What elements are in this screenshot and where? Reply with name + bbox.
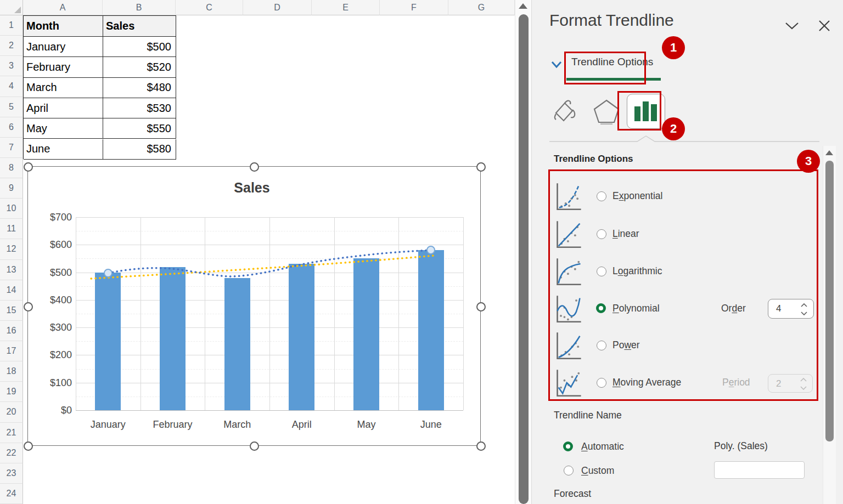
- table-cell-month[interactable]: February: [24, 57, 103, 77]
- row-header-7[interactable]: 7: [0, 138, 23, 158]
- row-header-22[interactable]: 22: [0, 443, 23, 463]
- column-header-F[interactable]: F: [380, 0, 448, 15]
- effects-icon[interactable]: [592, 99, 621, 125]
- select-all-corner[interactable]: [0, 0, 23, 15]
- annotation-box-3: [548, 169, 818, 401]
- table-cell-sales[interactable]: $580: [103, 139, 176, 160]
- sheet-scrollbar-thumb[interactable]: [519, 14, 529, 504]
- annotation-box-2: [617, 91, 661, 131]
- scroll-up-arrow-icon[interactable]: [825, 150, 833, 155]
- collapse-chevron-icon[interactable]: [783, 20, 801, 32]
- trendline-endpoint-handle[interactable]: [427, 246, 435, 254]
- row-header-5[interactable]: 5: [0, 97, 23, 117]
- row-header-6[interactable]: 6: [0, 117, 23, 138]
- trendline-options-section-title: Trendline Options: [554, 154, 633, 165]
- row-header-12[interactable]: 12: [0, 239, 23, 259]
- chart-resize-handle[interactable]: [24, 302, 33, 312]
- polynomial-trendline-dotted[interactable]: [108, 250, 431, 276]
- column-header-B[interactable]: B: [103, 0, 176, 15]
- data-table: MonthSalesJanuary$500February$520March$4…: [23, 15, 176, 159]
- row-header-13[interactable]: 13: [0, 260, 23, 280]
- row-header-2[interactable]: 2: [0, 36, 23, 56]
- row-header-21[interactable]: 21: [0, 423, 23, 443]
- scroll-up-arrow-icon[interactable]: [519, 3, 527, 9]
- column-header-D[interactable]: D: [243, 0, 312, 15]
- table-cell-month[interactable]: April: [24, 98, 103, 118]
- trendline-name-heading: Trendline Name: [554, 410, 622, 421]
- radio-custom[interactable]: [564, 466, 574, 475]
- chart-resize-handle[interactable]: [250, 441, 259, 451]
- section-expand-chevron-icon[interactable]: [550, 60, 563, 69]
- panel-title: Format Trendline: [549, 11, 674, 30]
- row-header-1[interactable]: 1: [0, 15, 23, 36]
- row-header-20[interactable]: 20: [0, 402, 23, 422]
- table-cell-sales[interactable]: $530: [103, 98, 176, 118]
- annotation-badge-3: 3: [797, 150, 820, 173]
- automatic-label[interactable]: Automatic: [581, 441, 624, 452]
- table-cell-month[interactable]: May: [24, 118, 103, 139]
- row-header-23[interactable]: 23: [0, 463, 23, 484]
- column-header-A[interactable]: A: [23, 0, 103, 15]
- row-header-3[interactable]: 3: [0, 56, 23, 76]
- secondary-trendline-dotted[interactable]: [91, 256, 434, 279]
- row-header-18[interactable]: 18: [0, 361, 23, 382]
- chart-resize-handle[interactable]: [476, 441, 486, 451]
- excel-window: ABCDEFG 12345678910111213141516171819202…: [0, 0, 843, 504]
- trendlines-layer: [28, 167, 481, 446]
- table-header-sales[interactable]: Sales: [103, 16, 176, 37]
- chart-resize-handle[interactable]: [250, 162, 259, 172]
- chart-object[interactable]: Sales $0$100$200$300$400$500$600$700Janu…: [27, 166, 481, 446]
- table-cell-sales[interactable]: $520: [103, 57, 176, 77]
- row-header-9[interactable]: 9: [0, 178, 23, 199]
- row-header-10[interactable]: 10: [0, 199, 23, 219]
- fill-line-icon[interactable]: [552, 98, 577, 125]
- row-header-17[interactable]: 17: [0, 341, 23, 361]
- automatic-name-value: Poly. (Sales): [714, 440, 768, 452]
- chart-resize-handle[interactable]: [24, 441, 33, 451]
- row-header-14[interactable]: 14: [0, 280, 23, 301]
- panel-scrollbar-thumb[interactable]: [825, 161, 834, 441]
- worksheet: ABCDEFG 12345678910111213141516171819202…: [0, 0, 515, 504]
- table-cell-sales[interactable]: $480: [103, 78, 176, 98]
- custom-label[interactable]: Custom: [581, 465, 614, 477]
- row-header-19[interactable]: 19: [0, 382, 23, 402]
- row-header-8[interactable]: 8: [0, 158, 23, 178]
- table-cell-month[interactable]: March: [24, 78, 103, 98]
- table-cell-sales[interactable]: $500: [103, 37, 176, 57]
- column-header-G[interactable]: G: [448, 0, 515, 15]
- select-all-triangle-icon: [14, 7, 21, 13]
- annotation-box-1: [564, 52, 646, 84]
- radio-automatic[interactable]: [563, 441, 573, 451]
- table-cell-month[interactable]: June: [24, 139, 103, 160]
- table-cell-sales[interactable]: $550: [103, 118, 176, 139]
- table-cell-month[interactable]: January: [24, 37, 103, 57]
- table-header-month[interactable]: Month: [24, 16, 103, 37]
- row-header-15[interactable]: 15: [0, 301, 23, 321]
- sheet-vertical-scrollbar[interactable]: [515, 0, 531, 504]
- column-header-E[interactable]: E: [312, 0, 380, 15]
- annotation-badge-2: 2: [662, 117, 685, 140]
- format-trendline-panel: Format Trendline Trendline Options 1: [531, 0, 843, 504]
- row-header-24[interactable]: 24: [0, 484, 23, 504]
- forecast-heading: Forecast: [554, 488, 591, 500]
- tab-separator: [549, 135, 819, 143]
- trendline-endpoint-handle[interactable]: [104, 269, 112, 277]
- column-header-C[interactable]: C: [176, 0, 243, 15]
- close-icon[interactable]: [817, 19, 831, 33]
- annotation-badge-1: 1: [662, 36, 685, 59]
- row-header-16[interactable]: 16: [0, 321, 23, 341]
- chart-resize-handle[interactable]: [24, 162, 33, 172]
- row-header-11[interactable]: 11: [0, 219, 23, 239]
- chart-resize-handle[interactable]: [476, 302, 486, 312]
- panel-scrollbar[interactable]: [823, 146, 836, 504]
- chart-resize-handle[interactable]: [476, 162, 486, 172]
- row-header-4[interactable]: 4: [0, 76, 23, 97]
- custom-name-input[interactable]: [714, 461, 805, 479]
